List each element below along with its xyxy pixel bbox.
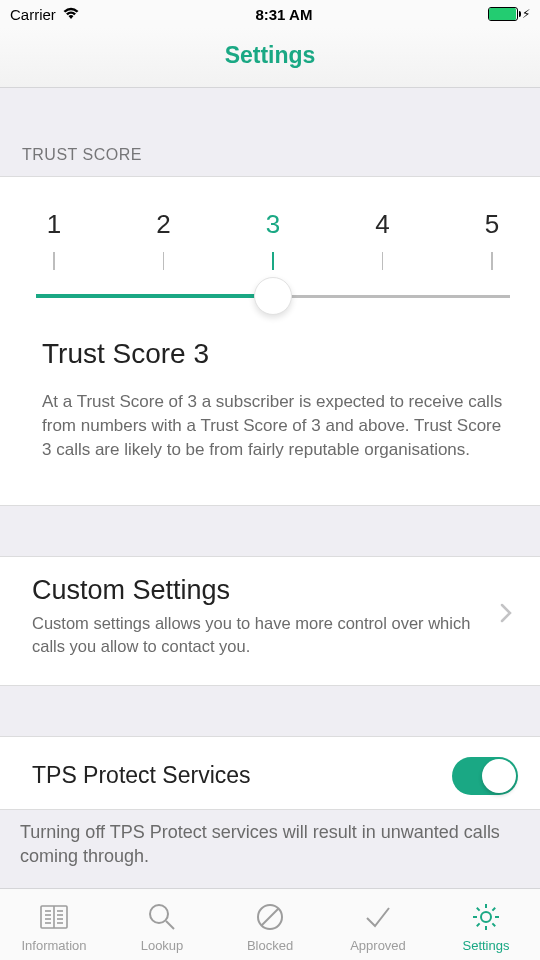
- tab-blocked[interactable]: Blocked: [216, 900, 324, 953]
- trust-score-panel: 1 2 3 4 5 Trust Scor: [0, 177, 540, 506]
- content: TRUST SCORE 1 2 3 4 5: [0, 88, 540, 888]
- scale-item-2: 2: [154, 209, 174, 270]
- chevron-right-icon: [500, 603, 512, 629]
- scale-tick: [491, 252, 493, 270]
- custom-settings-title: Custom Settings: [32, 575, 480, 606]
- spacer: [0, 506, 540, 556]
- search-icon: [145, 900, 179, 934]
- custom-settings-description: Custom settings allows you to have more …: [32, 612, 480, 657]
- check-icon: [361, 900, 395, 934]
- status-left: Carrier: [10, 6, 80, 23]
- trust-score-description: At a Trust Score of 3 a subscriber is ex…: [42, 390, 510, 461]
- scale-num: 1: [44, 209, 64, 240]
- battery-icon: [488, 7, 518, 21]
- svg-point-10: [150, 905, 168, 923]
- tab-label: Lookup: [141, 938, 184, 953]
- scale-tick: [53, 252, 55, 270]
- scale-tick: [163, 252, 165, 270]
- tps-description: Turning off TPS Protect services will re…: [0, 809, 540, 869]
- svg-line-13: [262, 909, 279, 926]
- trust-score-title: Trust Score 3: [42, 338, 510, 370]
- tab-label: Blocked: [247, 938, 293, 953]
- tab-label: Information: [21, 938, 86, 953]
- scale-num: 4: [373, 209, 393, 240]
- status-time: 8:31 AM: [255, 6, 312, 23]
- slider-fill: [36, 294, 273, 298]
- svg-line-11: [166, 921, 174, 929]
- header: Settings: [0, 28, 540, 88]
- status-bar: Carrier 8:31 AM ⚡︎: [0, 0, 540, 28]
- tab-label: Settings: [463, 938, 510, 953]
- tab-label: Approved: [350, 938, 406, 953]
- scale-item-4: 4: [373, 209, 393, 270]
- section-label-trust: TRUST SCORE: [0, 88, 540, 177]
- book-icon: [37, 900, 71, 934]
- slider-thumb[interactable]: [254, 277, 292, 315]
- scale-num: 2: [154, 209, 174, 240]
- scale-num: 5: [482, 209, 502, 240]
- spacer: [0, 686, 540, 736]
- toggle-thumb: [482, 759, 516, 793]
- scale-item-1: 1: [44, 209, 64, 270]
- svg-point-14: [481, 912, 491, 922]
- custom-settings-text: Custom Settings Custom settings allows y…: [32, 575, 500, 657]
- scale-num: 3: [263, 209, 283, 240]
- tab-lookup[interactable]: Lookup: [108, 900, 216, 953]
- scale-tick: [382, 252, 384, 270]
- tab-settings[interactable]: Settings: [432, 900, 540, 953]
- scale-row: 1 2 3 4 5: [36, 209, 510, 270]
- scale-tick: [272, 252, 274, 270]
- blocked-icon: [253, 900, 287, 934]
- scale-item-5: 5: [482, 209, 502, 270]
- page-title: Settings: [0, 42, 540, 69]
- tab-approved[interactable]: Approved: [324, 900, 432, 953]
- tps-toggle[interactable]: [452, 757, 518, 795]
- charging-icon: ⚡︎: [522, 7, 530, 21]
- tab-information[interactable]: Information: [0, 900, 108, 953]
- tps-panel: TPS Protect Services Turning off TPS Pro…: [0, 736, 540, 869]
- gear-icon: [469, 900, 503, 934]
- wifi-icon: [62, 6, 80, 23]
- status-right: ⚡︎: [488, 7, 530, 21]
- tab-bar: Information Lookup Blocked Approved Sett…: [0, 888, 540, 960]
- tps-title: TPS Protect Services: [32, 762, 251, 789]
- scale-item-3: 3: [263, 209, 283, 270]
- custom-settings-row[interactable]: Custom Settings Custom settings allows y…: [0, 556, 540, 686]
- trust-score-slider[interactable]: [36, 294, 510, 298]
- carrier-label: Carrier: [10, 6, 56, 23]
- tps-row: TPS Protect Services: [32, 757, 518, 809]
